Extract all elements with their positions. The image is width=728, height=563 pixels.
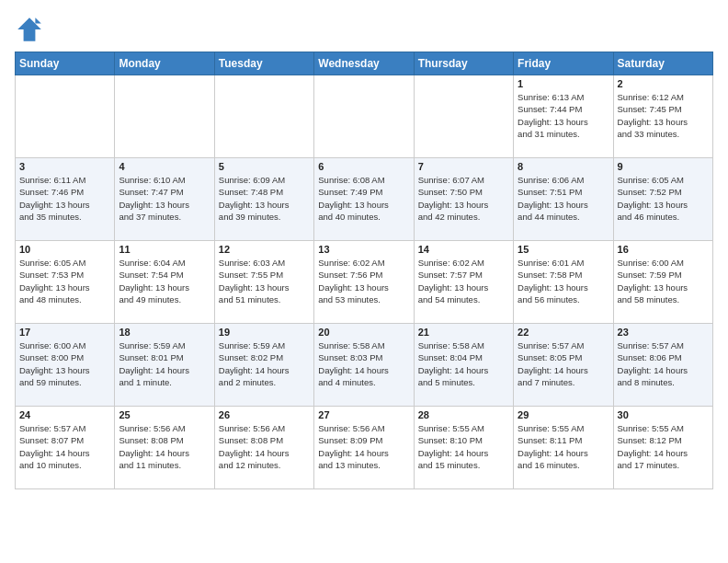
day-info: Sunrise: 5:55 AMSunset: 8:11 PMDaylight:… (518, 422, 609, 471)
calendar-cell: 24Sunrise: 5:57 AMSunset: 8:07 PMDayligh… (16, 407, 115, 489)
header-sunday: Sunday (16, 52, 115, 75)
day-number: 15 (518, 244, 609, 255)
calendar-header-row: SundayMondayTuesdayWednesdayThursdayFrid… (16, 52, 713, 75)
day-number: 1 (518, 78, 609, 89)
day-info: Sunrise: 6:11 AMSunset: 7:46 PMDaylight:… (19, 174, 110, 223)
day-number: 21 (418, 327, 509, 338)
day-info: Sunrise: 6:02 AMSunset: 7:57 PMDaylight:… (418, 257, 509, 305)
calendar-cell: 29Sunrise: 5:55 AMSunset: 8:11 PMDayligh… (514, 407, 613, 489)
day-info: Sunrise: 5:57 AMSunset: 8:05 PMDaylight:… (518, 339, 609, 388)
day-number: 14 (418, 244, 509, 255)
day-info: Sunrise: 5:57 AMSunset: 8:07 PMDaylight:… (19, 422, 110, 471)
calendar-cell: 28Sunrise: 5:55 AMSunset: 8:10 PMDayligh… (414, 407, 513, 489)
day-number: 16 (618, 244, 709, 255)
calendar-cell: 22Sunrise: 5:57 AMSunset: 8:05 PMDayligh… (514, 324, 613, 407)
calendar-cell: 20Sunrise: 5:58 AMSunset: 8:03 PMDayligh… (314, 324, 414, 407)
day-number: 20 (318, 327, 409, 338)
day-number: 11 (119, 244, 210, 255)
day-info: Sunrise: 6:13 AMSunset: 7:44 PMDaylight:… (518, 91, 609, 140)
day-number: 9 (618, 161, 709, 172)
day-info: Sunrise: 6:08 AMSunset: 7:49 PMDaylight:… (318, 174, 409, 223)
day-number: 26 (219, 409, 310, 420)
svg-marker-1 (35, 17, 40, 23)
calendar-cell: 23Sunrise: 5:57 AMSunset: 8:06 PMDayligh… (613, 324, 712, 407)
day-number: 25 (119, 409, 210, 420)
calendar-cell: 13Sunrise: 6:02 AMSunset: 7:56 PMDayligh… (314, 241, 414, 324)
calendar-cell (214, 75, 313, 158)
day-info: Sunrise: 6:12 AMSunset: 7:45 PMDaylight:… (618, 91, 709, 140)
calendar-cell (115, 75, 214, 158)
day-number: 24 (19, 409, 110, 420)
day-info: Sunrise: 5:59 AMSunset: 8:01 PMDaylight:… (119, 339, 210, 388)
day-number: 3 (19, 161, 110, 172)
calendar-cell: 4Sunrise: 6:10 AMSunset: 7:47 PMDaylight… (115, 158, 214, 241)
day-info: Sunrise: 6:05 AMSunset: 7:52 PMDaylight:… (618, 174, 709, 223)
day-info: Sunrise: 5:56 AMSunset: 8:09 PMDaylight:… (318, 422, 409, 471)
calendar-cell: 30Sunrise: 5:55 AMSunset: 8:12 PMDayligh… (613, 407, 712, 489)
day-info: Sunrise: 6:07 AMSunset: 7:50 PMDaylight:… (418, 174, 509, 223)
calendar-cell: 5Sunrise: 6:09 AMSunset: 7:48 PMDaylight… (214, 158, 313, 241)
day-number: 12 (219, 244, 310, 255)
day-info: Sunrise: 5:58 AMSunset: 8:04 PMDaylight:… (418, 339, 509, 388)
day-info: Sunrise: 6:00 AMSunset: 8:00 PMDaylight:… (19, 339, 110, 388)
day-info: Sunrise: 5:59 AMSunset: 8:02 PMDaylight:… (219, 339, 310, 388)
day-info: Sunrise: 6:04 AMSunset: 7:54 PMDaylight:… (119, 257, 210, 305)
day-info: Sunrise: 6:09 AMSunset: 7:48 PMDaylight:… (219, 174, 310, 223)
day-number: 28 (418, 409, 509, 420)
calendar-cell (314, 75, 414, 158)
day-number: 8 (518, 161, 609, 172)
day-number: 4 (119, 161, 210, 172)
day-info: Sunrise: 6:01 AMSunset: 7:58 PMDaylight:… (518, 257, 609, 305)
day-number: 23 (618, 327, 709, 338)
calendar-cell: 26Sunrise: 5:56 AMSunset: 8:08 PMDayligh… (214, 407, 313, 489)
day-info: Sunrise: 5:55 AMSunset: 8:10 PMDaylight:… (418, 422, 509, 471)
day-info: Sunrise: 6:00 AMSunset: 7:59 PMDaylight:… (618, 257, 709, 305)
logo-icon (15, 15, 44, 44)
calendar-cell: 15Sunrise: 6:01 AMSunset: 7:58 PMDayligh… (514, 241, 613, 324)
calendar-cell (16, 75, 115, 158)
calendar-cell: 19Sunrise: 5:59 AMSunset: 8:02 PMDayligh… (214, 324, 313, 407)
calendar-cell (414, 75, 513, 158)
day-info: Sunrise: 5:56 AMSunset: 8:08 PMDaylight:… (219, 422, 310, 471)
page-header (15, 15, 713, 44)
calendar-cell: 14Sunrise: 6:02 AMSunset: 7:57 PMDayligh… (414, 241, 513, 324)
calendar-week-row: 10Sunrise: 6:05 AMSunset: 7:53 PMDayligh… (16, 241, 713, 324)
calendar-cell: 3Sunrise: 6:11 AMSunset: 7:46 PMDaylight… (16, 158, 115, 241)
day-info: Sunrise: 6:02 AMSunset: 7:56 PMDaylight:… (318, 257, 409, 305)
day-number: 19 (219, 327, 310, 338)
calendar-cell: 2Sunrise: 6:12 AMSunset: 7:45 PMDaylight… (613, 75, 712, 158)
calendar-week-row: 17Sunrise: 6:00 AMSunset: 8:00 PMDayligh… (16, 324, 713, 407)
calendar-cell: 27Sunrise: 5:56 AMSunset: 8:09 PMDayligh… (314, 407, 414, 489)
calendar-cell: 17Sunrise: 6:00 AMSunset: 8:00 PMDayligh… (16, 324, 115, 407)
day-number: 7 (418, 161, 509, 172)
day-number: 18 (119, 327, 210, 338)
day-number: 2 (618, 78, 709, 89)
calendar-cell: 9Sunrise: 6:05 AMSunset: 7:52 PMDaylight… (613, 158, 712, 241)
header-friday: Friday (514, 52, 613, 75)
header-thursday: Thursday (414, 52, 513, 75)
day-number: 5 (219, 161, 310, 172)
day-number: 6 (318, 161, 409, 172)
calendar-week-row: 3Sunrise: 6:11 AMSunset: 7:46 PMDaylight… (16, 158, 713, 241)
calendar-cell: 11Sunrise: 6:04 AMSunset: 7:54 PMDayligh… (115, 241, 214, 324)
header-tuesday: Tuesday (214, 52, 313, 75)
calendar-week-row: 24Sunrise: 5:57 AMSunset: 8:07 PMDayligh… (16, 407, 713, 489)
day-info: Sunrise: 6:10 AMSunset: 7:47 PMDaylight:… (119, 174, 210, 223)
calendar-cell: 7Sunrise: 6:07 AMSunset: 7:50 PMDaylight… (414, 158, 513, 241)
header-wednesday: Wednesday (314, 52, 414, 75)
day-info: Sunrise: 6:06 AMSunset: 7:51 PMDaylight:… (518, 174, 609, 223)
day-info: Sunrise: 5:55 AMSunset: 8:12 PMDaylight:… (618, 422, 709, 471)
day-info: Sunrise: 5:57 AMSunset: 8:06 PMDaylight:… (618, 339, 709, 388)
day-number: 29 (518, 409, 609, 420)
calendar-cell: 21Sunrise: 5:58 AMSunset: 8:04 PMDayligh… (414, 324, 513, 407)
calendar-cell: 10Sunrise: 6:05 AMSunset: 7:53 PMDayligh… (16, 241, 115, 324)
calendar-cell: 25Sunrise: 5:56 AMSunset: 8:08 PMDayligh… (115, 407, 214, 489)
header-monday: Monday (115, 52, 214, 75)
logo (15, 15, 48, 44)
calendar-cell: 8Sunrise: 6:06 AMSunset: 7:51 PMDaylight… (514, 158, 613, 241)
day-number: 30 (618, 409, 709, 420)
day-number: 27 (318, 409, 409, 420)
day-number: 22 (518, 327, 609, 338)
header-saturday: Saturday (613, 52, 712, 75)
calendar-cell: 1Sunrise: 6:13 AMSunset: 7:44 PMDaylight… (514, 75, 613, 158)
